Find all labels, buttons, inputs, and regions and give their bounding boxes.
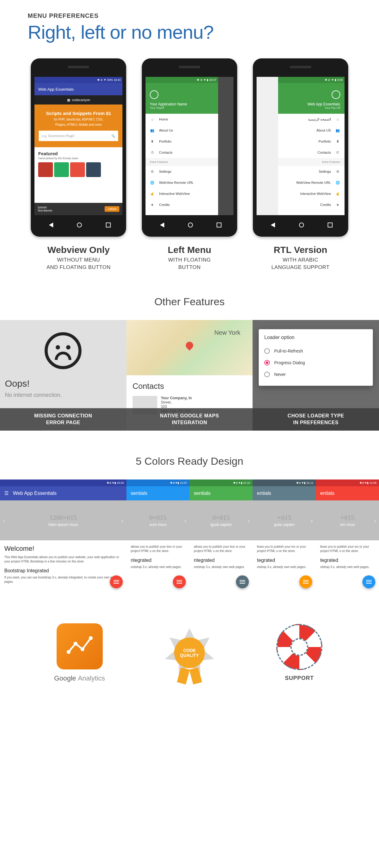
radio-progress[interactable]: Progress Dialog — [264, 357, 367, 369]
menu-interactive[interactable]: ☝Interactive WebView — [278, 188, 345, 199]
badge-support: SUPPORT — [244, 624, 354, 681]
hamburger-icon[interactable]: ☰ — [4, 490, 9, 496]
work-icon: ♜ — [150, 139, 155, 144]
drawer-header: Your Application Name Your Payoff — [146, 83, 218, 114]
globe-icon: 🌐 — [150, 180, 155, 185]
quality-text: CODE QUALITY — [174, 638, 205, 668]
badges-row: Google Analytics CODE QUALITY SUPPORT — [0, 593, 379, 701]
menu-about[interactable]: 👥About US — [278, 125, 345, 136]
headline: Right, left or no menu? — [28, 21, 351, 43]
people-icon: 👥 — [150, 128, 155, 133]
search-input[interactable]: e.g. 'Ecommerce Plugin'🔍 — [39, 131, 118, 141]
radio-never[interactable]: Never — [264, 369, 367, 380]
svg-point-3 — [89, 636, 93, 640]
chevron-right-icon[interactable]: › — [374, 517, 376, 524]
map-pin-icon — [184, 340, 195, 350]
globe-icon — [332, 90, 340, 99]
menu-home[interactable]: ⌂Home — [146, 114, 218, 125]
caption-sub: WITH FLOATING BUTTON — [168, 256, 211, 271]
chevron-right-icon[interactable]: › — [184, 517, 186, 524]
search-icon: 🔍 — [111, 134, 115, 138]
menu-portfolio[interactable]: ♜Portfolio — [146, 136, 218, 147]
colors-row: ✱⊘▼▮20:26 ☰Web App Essentials ‹ 1200×615… — [0, 479, 379, 593]
admob-banner: 320x50Test Banner AdMob — [34, 203, 122, 215]
feature-loader: Loader option Pull-to-Refresh Progress D… — [253, 320, 379, 431]
menu-contacts[interactable]: ✆Contacts — [146, 147, 218, 158]
fab-button[interactable] — [362, 576, 375, 588]
menu-about[interactable]: 👥About Us — [146, 125, 218, 136]
color-variant: ✱⊘▼▮20:26 ☰Web App Essentials ‹ 1200×615… — [0, 479, 126, 593]
color-variant: ✱⊘▼▮21:06 entials ×615um risus › llows y… — [316, 479, 379, 593]
caption-sub: WITHOUT MENU AND FLOATING BUTTON — [47, 256, 111, 271]
sad-face-icon — [45, 332, 82, 369]
badge-quality: CODE QUALITY — [135, 625, 244, 681]
menu-remote[interactable]: 🌐WebView Remote URL — [146, 177, 218, 188]
other-features-title: Other Features — [0, 296, 379, 308]
chevron-right-icon[interactable]: › — [247, 517, 250, 524]
gear-icon: ⚙ — [335, 169, 340, 174]
menu-credits[interactable]: ★Credits — [146, 199, 218, 210]
appbar: Web App Essentials — [34, 83, 122, 95]
eyebrow: MENU PREFERENCES — [28, 12, 351, 19]
phone-rtl: ✱ ⊘ ▼ ▮8:39 Web App Essentials Your Pay … — [253, 58, 348, 237]
fab-button[interactable] — [173, 576, 186, 588]
menu-contacts[interactable]: ✆Contacts — [278, 147, 345, 158]
caption-title: Left Menu — [168, 245, 211, 255]
menu-remote[interactable]: 🌐WebView Remote URL — [278, 177, 345, 188]
color-variant: ✱⊘▼▮21:10 sentials 0×615igula sapien › a… — [190, 479, 253, 593]
menu-home[interactable]: ⌂الصفحة الرئيسية — [278, 114, 345, 125]
chevron-right-icon[interactable]: › — [311, 517, 313, 524]
badge-analytics: Google Analytics — [25, 623, 135, 682]
home-icon: ⌂ — [150, 117, 155, 122]
phone-leftmenu: ✱ ⊘ ▼ ▮20:27 Your Application Name Your … — [142, 58, 237, 237]
globe-icon — [150, 90, 158, 99]
globe-icon: 🌐 — [335, 180, 340, 185]
radio-pull[interactable]: Pull-to-Refresh — [264, 345, 367, 357]
touch-icon: ☝ — [335, 191, 340, 196]
work-icon: ♜ — [335, 139, 340, 144]
home-icon: ⌂ — [335, 117, 340, 122]
statusbar: ✱ ⊘ ▼ ▮20:27 — [146, 77, 218, 83]
color-variant: ✱⊘▼▮21:07 sentials 0×615sum risus › allo… — [126, 479, 190, 593]
people-icon: 👥 — [335, 128, 340, 133]
featured-heading: Featured — [38, 151, 119, 156]
caption-sub: WITH ARABIC LANGUAGE SUPPORT — [271, 256, 329, 271]
touch-icon: ☝ — [150, 191, 155, 196]
statusbar: ✱ ⊘ ▼50%19:43 — [34, 77, 122, 83]
analytics-icon — [57, 623, 103, 670]
svg-point-2 — [80, 647, 84, 651]
menu-portfolio[interactable]: ♜Portfolio — [278, 136, 345, 147]
features-row: Oops! No internet connection. MISSING CO… — [0, 320, 379, 431]
brandbar: ▦ codecanyon — [34, 95, 122, 104]
caption-title: RTL Version — [273, 245, 327, 255]
color-variant: ✱⊘▼▮21:11 entials ×615gula sapien › llow… — [253, 479, 316, 593]
chevron-right-icon[interactable]: › — [121, 517, 123, 524]
gear-icon: ⚙ — [150, 169, 155, 174]
chevron-left-icon[interactable]: ‹ — [3, 517, 5, 524]
fab-button[interactable] — [236, 576, 249, 588]
svg-point-1 — [74, 642, 78, 646]
feature-error: Oops! No internet connection. MISSING CO… — [0, 320, 126, 431]
star-icon: ★ — [335, 202, 340, 207]
menu-interactive[interactable]: ☝Interactive WebView — [146, 188, 218, 199]
hero: Scripts and Snippets From $1 for PHP, Ja… — [34, 104, 122, 147]
colors-title: 5 Colors Ready Design — [0, 455, 379, 467]
caption-title: Webview Only — [47, 245, 110, 255]
phone-icon: ✆ — [335, 150, 340, 155]
feature-maps: New York Contacts Your Company, In Stree… — [126, 320, 253, 431]
phones-row: ✱ ⊘ ▼50%19:43 Web App Essentials ▦ codec… — [28, 58, 351, 271]
menu-settings[interactable]: ⚙Settings — [278, 166, 345, 177]
statusbar: ✱ ⊘ ▼ ▮8:39 — [278, 77, 345, 83]
phone-webview: ✱ ⊘ ▼50%19:43 Web App Essentials ▦ codec… — [31, 58, 126, 237]
menu-settings[interactable]: ⚙Settings — [146, 166, 218, 177]
menu-credits[interactable]: ★Credits — [278, 199, 345, 210]
fab-button[interactable] — [110, 576, 123, 588]
phone-icon: ✆ — [150, 150, 155, 155]
fab-button[interactable] — [299, 576, 312, 588]
drawer-header: Web App Essentials Your Pay Off — [278, 83, 345, 114]
star-icon: ★ — [150, 202, 155, 207]
lifebuoy-icon — [276, 624, 322, 670]
svg-point-0 — [66, 650, 70, 654]
